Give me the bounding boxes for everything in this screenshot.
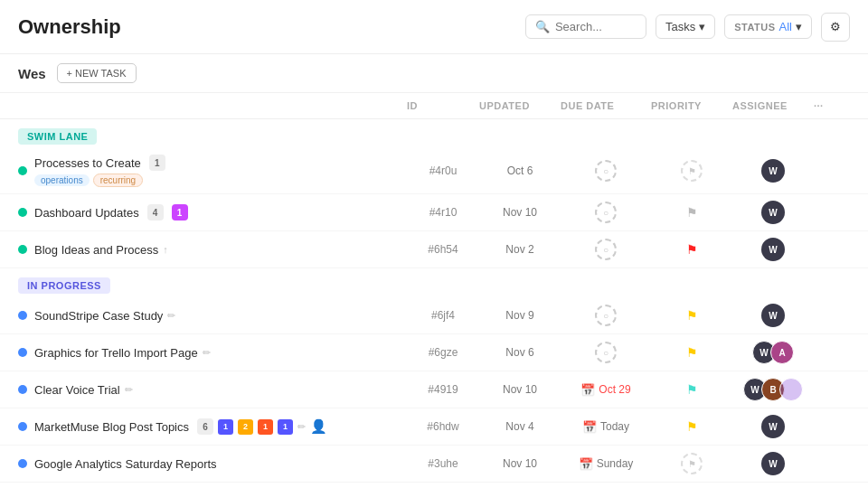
- edit-icon[interactable]: ✏: [125, 384, 133, 396]
- task-assignee-cell: W: [732, 452, 814, 475]
- task-name[interactable]: SoundStripe Case Study: [34, 309, 163, 323]
- task-due-cell: ○: [561, 160, 651, 182]
- task-updated-cell: Oct 6: [479, 164, 561, 177]
- status-dot: [18, 245, 27, 254]
- content-area: SWIM LANE Processes to Create 1 operatio…: [0, 119, 868, 488]
- due-date-icon: ○: [595, 305, 617, 326]
- num-badge-2: 2: [238, 419, 253, 435]
- badge-recurring: recurring: [93, 174, 143, 187]
- col-more: ···: [814, 100, 850, 111]
- header-right: 🔍 Tasks ▾ STATUS All ▾ ⚙: [525, 13, 850, 42]
- subheader: Wes + NEW TASK: [0, 54, 868, 93]
- task-updated-cell: Nov 2: [479, 243, 561, 256]
- more-options-icon: ···: [814, 100, 824, 111]
- task-updated-cell: Nov 10: [479, 457, 561, 470]
- task-name[interactable]: Dashboard Updates: [34, 206, 139, 220]
- task-name[interactable]: MarketMuse Blog Post Topics: [34, 420, 189, 434]
- task-updated: Nov 10: [503, 457, 537, 470]
- calendar-icon: 📅: [580, 383, 595, 397]
- due-date-display: 📅 Today: [582, 420, 629, 434]
- badge-operations: operations: [34, 174, 90, 186]
- status-dropdown[interactable]: STATUS All ▾: [724, 14, 812, 39]
- search-box[interactable]: 🔍: [525, 14, 646, 39]
- task-assignee-cell: W: [732, 201, 814, 224]
- tasks-dropdown[interactable]: Tasks ▾: [656, 14, 715, 39]
- col-priority: PRIORITY: [651, 100, 732, 111]
- edit-icon[interactable]: ✏: [167, 310, 175, 322]
- section-swim-lane: SWIM LANE: [18, 128, 97, 145]
- due-date-text: Today: [600, 420, 629, 433]
- edit-icon[interactable]: ✏: [297, 421, 306, 433]
- status-value: All: [779, 20, 792, 33]
- task-updated: Nov 10: [503, 206, 537, 219]
- priority-icon: ⚑: [681, 160, 703, 182]
- due-date-display: 📅 Sunday: [579, 457, 634, 471]
- task-assignee-cell: W: [732, 415, 814, 438]
- status-dot: [18, 385, 27, 394]
- task-id-cell: #6h54: [407, 243, 479, 256]
- task-id: #6h54: [428, 243, 458, 256]
- task-count-badge: 4: [147, 204, 164, 221]
- edit-icon[interactable]: ✏: [203, 347, 211, 359]
- page: Ownership 🔍 Tasks ▾ STATUS All ▾ ⚙ Wes +…: [0, 0, 868, 488]
- num-badge-1: 1: [218, 419, 233, 435]
- task-badges: operations recurring: [34, 174, 165, 187]
- task-priority-cell: ⚑: [651, 205, 732, 220]
- task-name[interactable]: Google Analytics Saturday Reports: [34, 457, 217, 471]
- task-id: #3uhe: [428, 457, 458, 470]
- task-name[interactable]: Clear Voice Trial: [34, 383, 120, 397]
- due-date-display: 📅 Oct 29: [580, 383, 630, 397]
- task-updated-cell: Nov 10: [479, 383, 561, 396]
- num-badge-3: 1: [258, 419, 273, 435]
- table-row: Processes to Create 1 operations recurri…: [0, 148, 868, 194]
- table-row: SoundStripe Case Study ✏ #6jf4 Nov 9 ○ ⚑…: [0, 297, 868, 334]
- task-name[interactable]: Processes to Create: [34, 156, 141, 170]
- due-date-icon: ○: [595, 239, 617, 260]
- task-updated-cell: Nov 10: [479, 206, 561, 219]
- task-extra-badge: 1: [172, 204, 188, 221]
- task-updated: Nov 10: [503, 383, 537, 396]
- avatar: A: [770, 341, 794, 364]
- task-id: #4r0u: [429, 164, 458, 177]
- avatar: W: [761, 201, 785, 224]
- search-input[interactable]: [555, 20, 637, 33]
- due-date-text: Oct 29: [599, 383, 630, 396]
- page-title: Ownership: [18, 15, 525, 39]
- priority-flag-yellow: ⚑: [686, 308, 698, 323]
- task-count-badge: 1: [149, 155, 165, 171]
- task-id: #6jf4: [431, 309, 455, 322]
- col-name: [18, 100, 407, 111]
- filter-button[interactable]: ⚙: [821, 13, 850, 42]
- task-name-cell: Graphics for Trello Import Page ✏: [18, 346, 407, 360]
- table-row: Blog Ideas and Process ↑ #6h54 Nov 2 ○ ⚑…: [0, 231, 868, 268]
- task-id: #6gze: [429, 346, 458, 359]
- new-task-button[interactable]: + NEW TASK: [57, 63, 137, 83]
- person-add-icon[interactable]: 👤: [310, 418, 327, 435]
- task-name[interactable]: Graphics for Trello Import Page: [34, 346, 198, 360]
- task-assignee-cell: W B: [732, 378, 814, 401]
- task-updated-cell: Nov 9: [479, 309, 561, 322]
- task-priority-cell: ⚑: [651, 453, 732, 474]
- task-priority-cell: ⚑: [651, 160, 732, 182]
- task-id-cell: #4919: [407, 383, 479, 396]
- task-updated: Nov 6: [505, 346, 533, 359]
- task-assignee-cell: W: [732, 238, 814, 261]
- table-row: Clear Voice Trial ✏ #4919 Nov 10 📅 Oct 2…: [0, 371, 868, 408]
- avatar: W: [761, 452, 785, 475]
- task-name[interactable]: Blog Ideas and Process: [34, 243, 158, 257]
- col-id: ID: [407, 100, 479, 111]
- task-id-cell: #6hdw: [407, 420, 479, 433]
- task-id-cell: #4r10: [407, 206, 479, 219]
- task-name-cell: Blog Ideas and Process ↑: [18, 243, 407, 257]
- table-row: Graphics for Trello Import Page ✏ #6gze …: [0, 334, 868, 371]
- status-text: STATUS: [734, 22, 775, 33]
- avatars-group: W A: [752, 341, 794, 364]
- task-updated-cell: Nov 6: [479, 346, 561, 359]
- task-due-cell: 📅 Sunday: [561, 457, 651, 471]
- task-priority-cell: ⚑: [651, 419, 732, 434]
- task-name-cell: Dashboard Updates 4 1: [18, 204, 407, 221]
- task-id-cell: #3uhe: [407, 457, 479, 470]
- task-due-cell: ○: [561, 342, 651, 363]
- task-name-cell: Processes to Create 1 operations recurri…: [18, 155, 407, 187]
- due-date-icon: ○: [595, 160, 617, 182]
